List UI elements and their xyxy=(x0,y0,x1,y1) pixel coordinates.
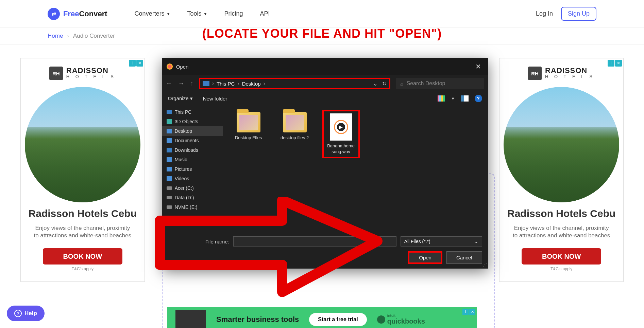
ad-logo: RH RADISSONH O T E L S xyxy=(21,58,145,84)
ad-brand-sub: H O T E L S xyxy=(66,74,116,79)
search-input[interactable]: ⌕ Search Desktop xyxy=(396,78,484,89)
back-button[interactable]: ← xyxy=(166,80,172,87)
folder-icon xyxy=(237,112,260,132)
chrome-icon xyxy=(167,63,173,70)
ad-close-icon[interactable]: ✕ xyxy=(615,60,622,67)
path-folder[interactable]: Desktop xyxy=(242,81,261,87)
ad-info-icons[interactable]: i✕ xyxy=(129,60,143,67)
folder-icon xyxy=(283,112,307,132)
help-widget[interactable]: ? Help xyxy=(7,306,45,321)
view-options-icon[interactable] xyxy=(438,95,445,102)
ad-logo-icon: RH xyxy=(49,67,63,80)
logo-icon: ⇄ xyxy=(48,8,60,20)
tree-videos[interactable]: Videos xyxy=(162,174,223,183)
organize-button[interactable]: Organize ▾ xyxy=(168,95,193,102)
breadcrumb-current: Audio Converter xyxy=(73,33,115,39)
ad-title: Radisson Hotels Cebu xyxy=(21,206,145,221)
dialog-nav: ← → ↑ › This PC › Desktop › ⌄↻ ⌕ Search … xyxy=(162,75,488,92)
ad-info-icon[interactable]: i xyxy=(462,309,469,315)
ad-left[interactable]: i✕ RH RADISSONH O T E L S Radisson Hotel… xyxy=(20,58,145,282)
dialog-title: Open xyxy=(176,64,189,70)
breadcrumb-home[interactable]: Home xyxy=(48,33,63,39)
ad-logo-icon: RH xyxy=(528,67,542,80)
search-placeholder: Search Desktop xyxy=(407,80,445,87)
tree-documents[interactable]: Documents xyxy=(162,136,223,145)
forward-button[interactable]: → xyxy=(178,80,184,87)
chevron-right-icon: › xyxy=(67,33,69,39)
path-root[interactable]: This PC xyxy=(217,81,235,87)
file-list[interactable]: Desktop FIles desktop files 2 Bananathem… xyxy=(223,105,488,231)
signup-button[interactable]: Sign Up xyxy=(561,7,596,21)
logo[interactable]: ⇄ FreeConvert xyxy=(48,8,107,20)
ad-brand-sub: H O T E L S xyxy=(545,74,595,79)
file-name-label: File name: xyxy=(205,239,229,244)
file-name: Desktop FIles xyxy=(232,135,265,141)
file-item-audio[interactable]: Bananatheme song.wav xyxy=(322,110,360,158)
tree-drive-e[interactable]: NVME (E:) xyxy=(162,202,223,212)
up-button[interactable]: ↑ xyxy=(190,80,193,87)
nav-pricing[interactable]: Pricing xyxy=(224,10,243,17)
tree-desktop[interactable]: Desktop xyxy=(162,126,223,136)
preview-pane-icon[interactable] xyxy=(461,95,469,102)
close-button[interactable]: ✕ xyxy=(473,61,484,72)
open-button[interactable]: Open xyxy=(408,251,442,264)
tree-music[interactable]: Music xyxy=(162,155,223,164)
help-icon: ? xyxy=(14,310,22,317)
address-bar[interactable]: › This PC › Desktop › ⌄↻ xyxy=(199,78,390,89)
header: ⇄ FreeConvert Converters▼ Tools▼ Pricing… xyxy=(0,0,644,28)
tree-this-pc[interactable]: This PC xyxy=(162,107,223,117)
dialog-toolbar: Organize ▾ New folder ▼ ? xyxy=(162,92,488,105)
file-type-select[interactable]: All Files (*.*)⌄ xyxy=(401,236,482,247)
ad-info-icons[interactable]: i✕ xyxy=(608,60,622,67)
ad-terms: T&C's apply xyxy=(21,267,145,271)
dialog-titlebar[interactable]: Open ✕ xyxy=(162,58,488,75)
start-trial-button[interactable]: Start a free trial xyxy=(309,313,367,326)
ad-close-icon[interactable]: ✕ xyxy=(469,309,475,315)
ad-subtitle: Enjoy views of the channel, proximity to… xyxy=(499,221,623,245)
nav-tools[interactable]: Tools▼ xyxy=(187,10,207,17)
ad-close-icon[interactable]: ✕ xyxy=(136,60,143,67)
ad-bottom[interactable]: i✕ Smarter business tools Start a free t… xyxy=(167,307,477,328)
nav: Converters▼ Tools▼ Pricing API xyxy=(135,10,270,17)
tree-drive-c[interactable]: Acer (C:) xyxy=(162,183,223,193)
quickbooks-icon xyxy=(377,315,385,324)
tree-downloads[interactable]: Downloads xyxy=(162,145,223,155)
ad-brand: RADISSON xyxy=(545,68,595,74)
new-folder-button[interactable]: New folder xyxy=(203,96,227,102)
tree-pictures[interactable]: Pictures xyxy=(162,164,223,174)
ad-terms: T&C's apply xyxy=(499,267,623,271)
address-dropdown-icon[interactable]: ⌄ xyxy=(373,80,377,87)
tree-3d-objects[interactable]: 3D Objects xyxy=(162,117,223,126)
chevron-down-icon: ⌄ xyxy=(474,239,478,244)
dialog-footer: File name: All Files (*.*)⌄ Open Cancel xyxy=(162,231,488,269)
help-label: Help xyxy=(24,310,37,317)
ad-bottom-text: Smarter business tools xyxy=(216,315,299,324)
refresh-icon[interactable]: ↻ xyxy=(382,80,387,87)
folder-tree[interactable]: This PC 3D Objects Desktop Documents Dow… xyxy=(162,105,223,231)
file-item-folder[interactable]: desktop files 2 xyxy=(276,110,313,143)
file-name-input[interactable] xyxy=(233,236,396,247)
ad-image xyxy=(25,87,140,202)
pc-icon xyxy=(203,81,209,86)
file-name: desktop files 2 xyxy=(278,135,311,141)
resize-grip[interactable]: ⋰ xyxy=(482,262,487,267)
ad-book-button[interactable]: BOOK NOW xyxy=(522,248,601,265)
chevron-down-icon[interactable]: ▼ xyxy=(451,96,455,101)
cancel-button[interactable]: Cancel xyxy=(446,251,482,264)
ad-book-button[interactable]: BOOK NOW xyxy=(43,248,122,265)
ad-right[interactable]: i✕ RH RADISSONH O T E L S Radisson Hotel… xyxy=(499,58,624,282)
nav-api[interactable]: API xyxy=(260,10,270,17)
nav-converters[interactable]: Converters▼ xyxy=(135,10,170,17)
help-icon[interactable]: ? xyxy=(475,95,482,102)
login-link[interactable]: Log In xyxy=(536,10,553,17)
file-open-dialog: Open ✕ ← → ↑ › This PC › Desktop › ⌄↻ xyxy=(162,58,488,269)
audio-file-icon xyxy=(330,113,352,141)
file-item-folder[interactable]: Desktop FIles xyxy=(230,110,267,143)
ad-thumbnail xyxy=(175,310,206,328)
search-icon: ⌕ xyxy=(400,81,403,87)
chevron-down-icon: ▼ xyxy=(204,12,207,16)
ad-title: Radisson Hotels Cebu xyxy=(499,206,623,221)
tree-drive-d[interactable]: Data (D:) xyxy=(162,193,223,202)
ad-info-icon[interactable]: i xyxy=(129,60,136,67)
ad-info-icon[interactable]: i xyxy=(608,60,614,67)
